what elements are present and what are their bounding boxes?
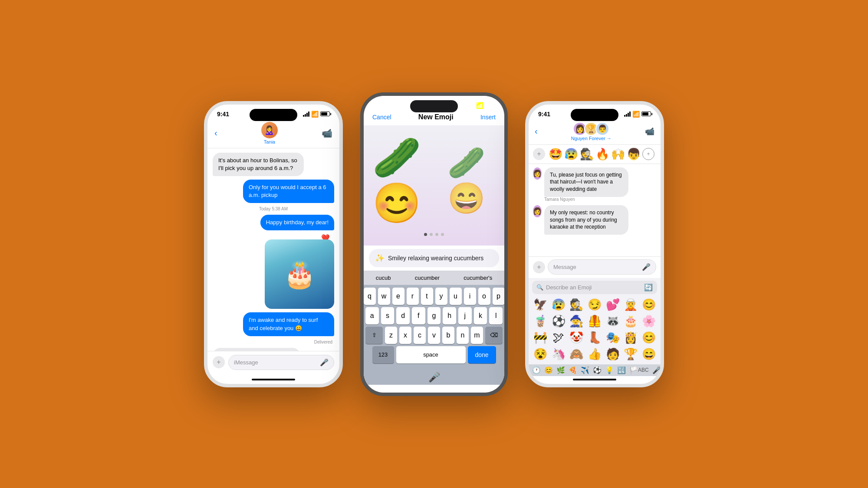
recent-emoji-3[interactable]: 🕵️ [580,147,594,161]
add-emoji-button[interactable]: + [533,148,545,160]
recent-emoji-6[interactable]: 👦 [627,147,641,161]
key-e[interactable]: e [392,288,404,305]
number-key[interactable]: 123 [372,346,394,364]
emoji-cell[interactable]: 🕊 [550,331,567,345]
key-i[interactable]: i [464,288,476,305]
emoji-cell[interactable]: 😄 [641,347,657,362]
emoji-cell[interactable]: 🎭 [605,331,621,345]
emoji-cat-recent[interactable]: 🕐 [532,366,541,374]
key-t[interactable]: t [421,288,433,305]
emoji-option-secondary[interactable]: 🥒😄 [447,145,496,216]
emoji-cell[interactable]: 👢 [586,331,603,345]
key-s[interactable]: s [381,307,395,324]
emoji-cell[interactable]: 🤡 [568,331,585,345]
emoji-cat-food[interactable]: 🍕 [569,366,577,374]
key-n[interactable]: n [457,327,469,344]
recent-emoji-1[interactable]: 🤩 [549,147,562,161]
mic-icon-1[interactable]: 🎤 [320,358,329,367]
recent-emoji-4[interactable]: 🔥 [595,147,609,161]
key-f[interactable]: f [412,307,425,324]
emoji-cat-activities[interactable]: ⚽ [593,366,602,374]
emoji-cat-objects[interactable]: 💡 [605,366,614,374]
space-key[interactable]: space [396,346,466,364]
cancel-button[interactable]: Cancel [372,114,391,121]
key-y[interactable]: y [435,288,447,305]
key-q[interactable]: q [364,288,376,305]
key-a[interactable]: a [365,307,379,324]
key-o[interactable]: o [478,288,490,305]
back-button[interactable]: ‹ [214,128,217,138]
key-d[interactable]: d [396,307,410,324]
key-p[interactable]: p [493,288,505,305]
autocorrect-word-1[interactable]: cucub [372,274,395,282]
plus-button[interactable]: + [213,356,225,368]
emoji-cell[interactable]: 😊 [641,298,657,312]
done-key[interactable]: done [468,346,496,364]
key-z[interactable]: z [385,327,397,344]
abc-label[interactable]: ABC [638,367,649,373]
key-b[interactable]: b [442,327,454,344]
key-u[interactable]: u [450,288,462,305]
message-input-3[interactable]: Message 🎤 [548,259,656,275]
emoji-cat-flags[interactable]: 🏳️ [629,366,638,374]
emoji-cell[interactable]: 🚧 [532,331,549,345]
recent-emoji-5[interactable]: 🙌 [611,147,625,161]
emoji-cell[interactable]: 🧝 [623,298,639,312]
key-r[interactable]: r [407,288,419,305]
emoji-prompt-bar[interactable]: ✨ Smiley relaxing wearing cucumbers [369,249,499,267]
emoji-cell[interactable]: 😵 [532,347,549,362]
autocorrect-word-2[interactable]: cucumber [411,274,443,282]
emoji-cell[interactable]: 😰 [550,298,567,312]
back-button-3[interactable]: ‹ [535,126,538,136]
key-k[interactable]: k [474,307,487,324]
shift-key[interactable]: ⇧ [365,327,383,344]
emoji-search-bar[interactable]: 🔍 Describe an Emoji 🔄 [532,281,657,294]
more-emoji-button[interactable]: + [642,148,654,160]
plus-button-3[interactable]: + [533,261,545,273]
emoji-cell[interactable]: 🕵️ [568,298,585,312]
emoji-cell[interactable]: 🎂 [623,314,639,329]
emoji-cell[interactable]: 😊 [641,331,657,345]
emoji-cell[interactable]: 🦄 [550,347,567,362]
key-m[interactable]: m [471,327,483,344]
emoji-cell[interactable]: 🏆 [623,347,639,362]
group-info[interactable]: 👩 🏆 👨 Nguyen Forever → [571,122,612,141]
key-h[interactable]: h [443,307,456,324]
emoji-cat-symbols[interactable]: 🔣 [617,366,626,374]
emoji-cell[interactable]: 🦝 [605,314,621,329]
video-call-button[interactable]: 📹 [322,128,332,138]
video-call-button-3[interactable]: 📹 [645,127,654,136]
key-c[interactable]: c [414,327,426,344]
emoji-cell[interactable]: 🌸 [641,314,657,329]
emoji-cell[interactable]: 👸 [623,331,639,345]
key-g[interactable]: g [427,307,441,324]
mic-icon-3[interactable]: 🎤 [642,263,651,271]
emoji-cell[interactable]: 😏 [586,298,603,312]
emoji-cell[interactable]: 🙈 [568,347,585,362]
emoji-cell[interactable]: 🧋 [532,314,549,329]
emoji-option-primary[interactable]: 🥒😊 [372,135,434,226]
emoji-cell[interactable]: 👍 [586,347,603,362]
autocorrect-word-3[interactable]: cucumber's [460,274,496,282]
message-input-1[interactable]: iMessage 🎤 [228,355,334,370]
recent-emoji-2[interactable]: 😰 [564,147,578,161]
emoji-cell[interactable]: 🧙 [568,314,585,329]
emoji-cell[interactable]: ⚽ [550,314,567,329]
key-j[interactable]: j [458,307,472,324]
mic-icon-emoji[interactable]: 🎤 [652,366,661,374]
emoji-cell[interactable]: 🦅 [532,298,549,312]
emoji-cat-smileys[interactable]: 😊 [544,366,553,374]
emoji-cell[interactable]: 🦺 [586,314,603,329]
key-l[interactable]: l [489,307,503,324]
mic-icon-2[interactable]: 🎤 [428,372,440,383]
key-x[interactable]: x [399,327,411,344]
contact-info[interactable]: 🙎‍♀️ Tania [261,122,278,144]
key-v[interactable]: v [428,327,440,344]
emoji-cell[interactable]: 🧑 [605,347,621,362]
emoji-cat-travel[interactable]: ✈️ [581,366,589,374]
emoji-cat-nature[interactable]: 🌿 [556,366,565,374]
backspace-key[interactable]: ⌫ [485,327,503,344]
insert-button[interactable]: Insert [480,114,496,121]
key-w[interactable]: w [378,288,390,305]
emoji-cell[interactable]: 💕 [605,298,621,312]
